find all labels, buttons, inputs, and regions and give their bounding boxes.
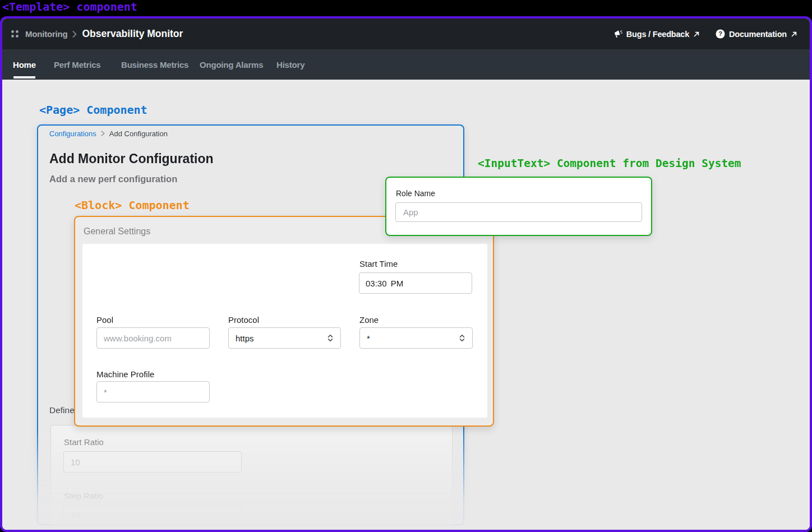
protocol-select[interactable]: https bbox=[228, 327, 341, 349]
tab-perf-metrics[interactable]: Perf Metrics bbox=[54, 49, 100, 80]
select-chevrons-icon bbox=[326, 334, 335, 343]
bugs-feedback-link[interactable]: Bugs / Feedback bbox=[614, 30, 700, 39]
breadcrumb-configurations-link[interactable]: Configurations bbox=[49, 129, 96, 138]
machine-profile-input[interactable] bbox=[96, 381, 210, 403]
select-chevrons-icon bbox=[458, 334, 467, 343]
documentation-link[interactable]: ? Documentation bbox=[716, 29, 797, 39]
start-time-label: Start Time bbox=[359, 259, 398, 269]
protocol-label: Protocol bbox=[228, 315, 259, 325]
step-ratio-input[interactable]: 10 bbox=[63, 504, 242, 525]
zone-select[interactable]: * bbox=[359, 327, 473, 349]
chevron-right-icon bbox=[101, 131, 105, 136]
app-window: Monitoring Observability Monitor Bugs / … bbox=[0, 16, 812, 532]
role-name-card: Role Name bbox=[385, 177, 652, 236]
pool-input[interactable] bbox=[96, 327, 210, 349]
step-ratio-value: 10 bbox=[71, 510, 80, 520]
bugs-feedback-label: Bugs / Feedback bbox=[626, 30, 689, 39]
protocol-select-value: https bbox=[236, 334, 254, 343]
header-breadcrumb-product[interactable]: Monitoring bbox=[25, 29, 67, 39]
megaphone-icon bbox=[614, 30, 622, 38]
ratio-section-card: Start Ratio 10 Step Ratio 10 bbox=[50, 425, 453, 530]
page-content: <Page> Component Configurations Add Conf… bbox=[2, 80, 810, 530]
tab-business-metrics[interactable]: Business Metrics bbox=[121, 49, 188, 80]
breadcrumb-current: Add Configuration bbox=[109, 129, 168, 138]
svg-text:?: ? bbox=[718, 30, 722, 37]
page-subtitle: Add a new perf configuration bbox=[49, 174, 177, 184]
page-panel-wrapper: Configurations Add Configuration Add Mon… bbox=[15, 108, 519, 530]
tab-home[interactable]: Home bbox=[13, 49, 36, 80]
external-arrow-icon bbox=[693, 31, 700, 38]
general-settings-card: Start Time Pool Protocol https Zone bbox=[82, 244, 487, 418]
machine-profile-label: Machine Profile bbox=[96, 369, 154, 379]
start-ratio-input[interactable]: 10 bbox=[63, 451, 242, 473]
external-arrow-icon bbox=[791, 31, 797, 38]
zone-label: Zone bbox=[359, 315, 379, 325]
general-settings-block: General Settings Start Time Pool Protoco… bbox=[74, 216, 494, 427]
page-title: Add Monitor Configuration bbox=[49, 151, 214, 166]
tab-ongoing-alarms[interactable]: Ongoing Alarms bbox=[200, 49, 263, 80]
general-settings-label: General Settings bbox=[84, 226, 150, 237]
tab-bar: Home Perf Metrics Business Metrics Ongoi… bbox=[2, 49, 810, 80]
role-name-label: Role Name bbox=[396, 189, 435, 198]
start-ratio-value: 10 bbox=[71, 457, 80, 467]
chevron-right-icon bbox=[72, 31, 77, 38]
tab-history[interactable]: History bbox=[276, 49, 304, 80]
zone-select-value: * bbox=[367, 334, 370, 343]
pool-label: Pool bbox=[96, 315, 113, 325]
help-icon: ? bbox=[716, 29, 725, 39]
app-header: Monitoring Observability Monitor Bugs / … bbox=[2, 18, 810, 49]
block-annotation: <Block> Component bbox=[75, 198, 190, 212]
step-ratio-label: Step Ratio bbox=[64, 491, 103, 501]
template-annotation: <Template> component bbox=[2, 0, 137, 13]
define-section-heading: Define bbox=[49, 405, 75, 415]
inputtext-annotation: <InputText> Component from Design System bbox=[478, 157, 741, 170]
role-name-input[interactable] bbox=[395, 202, 642, 222]
app-grid-icon[interactable] bbox=[11, 30, 19, 38]
start-time-input[interactable] bbox=[359, 272, 472, 294]
breadcrumb: Configurations Add Configuration bbox=[49, 129, 168, 138]
documentation-label: Documentation bbox=[729, 30, 787, 39]
header-breadcrumb-page: Observability Monitor bbox=[82, 28, 183, 40]
start-ratio-label: Start Ratio bbox=[64, 437, 104, 447]
